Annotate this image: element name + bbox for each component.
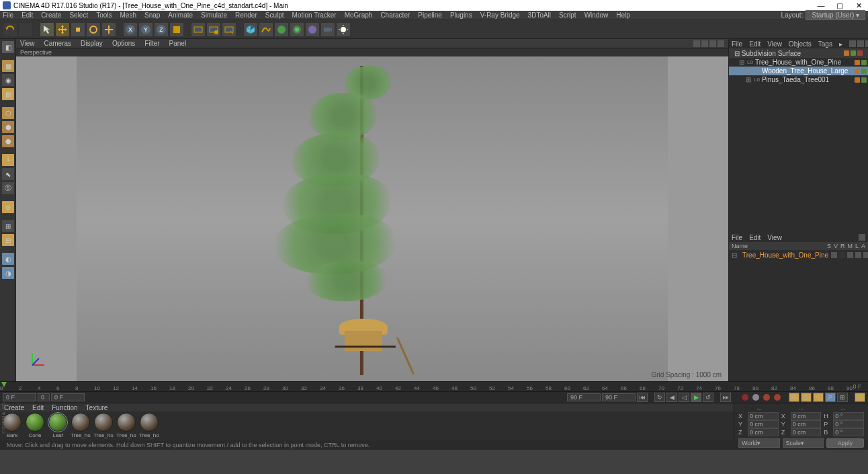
- attr-icon-1[interactable]: [859, 234, 865, 241]
- timeline[interactable]: 0246810121416182022242628303234363840424…: [0, 381, 868, 392]
- viewport[interactable]: Grid Spacing : 1000 cm: [16, 56, 728, 381]
- point-mode[interactable]: ⬡: [1, 106, 15, 120]
- coord-system[interactable]: [169, 22, 184, 37]
- material-tree_ho[interactable]: Tree_ho: [93, 413, 114, 438]
- obj-tab-tags[interactable]: Tags: [818, 40, 832, 48]
- add-light[interactable]: [336, 22, 351, 37]
- workplane-mode[interactable]: ▤: [1, 87, 15, 101]
- render-pv[interactable]: [206, 22, 221, 37]
- vp-menu-panel[interactable]: Panel: [169, 40, 187, 47]
- rotate-tool[interactable]: [86, 22, 101, 37]
- material-tree_ho[interactable]: Tree_ho: [116, 413, 137, 438]
- vp-menu-view[interactable]: View: [20, 40, 35, 47]
- attr-mini-5[interactable]: [863, 252, 868, 258]
- out-frame-field-l[interactable]: 90 F: [567, 393, 601, 401]
- menu-plugins[interactable]: Plugins: [450, 11, 472, 19]
- goto-end[interactable]: ⏭: [720, 393, 731, 402]
- texture-mode[interactable]: ◉: [1, 73, 15, 87]
- add-deformer[interactable]: [290, 22, 304, 37]
- in-frame-field[interactable]: 0 F: [51, 393, 85, 401]
- vp-icon-3[interactable]: [709, 40, 716, 47]
- attr-mini-1[interactable]: [831, 252, 837, 258]
- menu-mesh[interactable]: Mesh: [120, 11, 136, 19]
- material-list[interactable]: BarkConeLeafTree_hoTree_hoTree_hoTree_ho: [0, 411, 734, 440]
- play-button[interactable]: ▶: [691, 393, 701, 402]
- menu-file[interactable]: File: [3, 11, 13, 19]
- material-tree_ho[interactable]: Tree_ho: [138, 413, 160, 438]
- mat-tab-texture[interactable]: Texture: [86, 404, 108, 411]
- key-selection-2[interactable]: [773, 393, 782, 402]
- live-select-tool[interactable]: [40, 22, 54, 37]
- obj-tab-edit[interactable]: Edit: [749, 40, 761, 48]
- obj-item-pinus-taeda-tree001[interactable]: ⊞L0Pinus_Taeda_Tree001: [729, 75, 868, 84]
- render-view[interactable]: [191, 22, 206, 37]
- attr-mini-3[interactable]: [847, 252, 853, 258]
- menu-help[interactable]: Help: [616, 11, 630, 19]
- axis-y-lock[interactable]: Y: [138, 22, 153, 37]
- snap-mode[interactable]: Ⓢ: [1, 182, 15, 195]
- attr-mini-2[interactable]: [839, 252, 845, 258]
- viewport-solo[interactable]: ⊞: [1, 219, 15, 233]
- model-mode[interactable]: ▦: [1, 59, 15, 73]
- object-tree-root[interactable]: ⊟ Subdivision Surface: [729, 48, 868, 58]
- coord-space-dropdown[interactable]: World ▾: [738, 438, 780, 448]
- attr-tab-file[interactable]: File: [732, 234, 742, 241]
- polygon-mode[interactable]: ⬣: [1, 134, 15, 148]
- add-generator[interactable]: [274, 22, 289, 37]
- vp-menu-cameras[interactable]: Cameras: [44, 40, 72, 47]
- attr-tab-edit[interactable]: Edit: [749, 234, 761, 241]
- record-key[interactable]: [740, 393, 750, 402]
- redo-button[interactable]: [18, 22, 33, 37]
- menu-mograph[interactable]: MoGraph: [345, 11, 373, 19]
- menu-animate[interactable]: Animate: [168, 11, 193, 19]
- prev-frame[interactable]: ◀: [666, 393, 677, 402]
- undo-button[interactable]: [3, 22, 17, 37]
- mat-tab-edit[interactable]: Edit: [32, 404, 44, 411]
- frame-spin[interactable]: 0: [38, 393, 50, 401]
- next-frame[interactable]: ↺: [703, 393, 713, 402]
- obj-item-tree-house-with-one-pine[interactable]: ⊞L0Tree_House_with_One_Pine: [729, 58, 868, 67]
- menu-pipeline[interactable]: Pipeline: [418, 11, 442, 19]
- menu-edit[interactable]: Edit: [21, 11, 33, 19]
- attr-mini-4[interactable]: [855, 252, 861, 258]
- key-scale[interactable]: ◎: [801, 393, 812, 402]
- attr-tab-view[interactable]: View: [767, 234, 782, 241]
- scale-tool[interactable]: [71, 22, 85, 37]
- tweak-mode[interactable]: ⬉: [1, 167, 15, 181]
- goto-start[interactable]: ⏮: [637, 393, 648, 402]
- menu-sculpt[interactable]: Sculpt: [265, 11, 284, 19]
- vp-menu-filter[interactable]: Filter: [144, 40, 159, 47]
- key-rot[interactable]: ○: [813, 393, 824, 402]
- loop-button[interactable]: ↻: [654, 393, 665, 402]
- move-tool[interactable]: [55, 22, 70, 37]
- key-pla[interactable]: ⊞: [837, 393, 848, 402]
- add-environment[interactable]: [305, 22, 320, 37]
- vp-menu-display[interactable]: Display: [81, 40, 103, 47]
- key-options[interactable]: ⊡: [855, 393, 865, 402]
- key-pos[interactable]: ⊕: [789, 393, 799, 402]
- maximize-button[interactable]: ▢: [833, 1, 847, 9]
- viewport-solo-off[interactable]: ⊟: [1, 233, 15, 247]
- locked-workplane[interactable]: ⊙: [1, 200, 15, 214]
- last-tool[interactable]: [101, 22, 116, 37]
- obj-tab-icon-3[interactable]: [865, 40, 868, 47]
- key-param[interactable]: P: [825, 393, 836, 402]
- axis-x-lock[interactable]: X: [123, 22, 138, 37]
- menu-window[interactable]: Window: [584, 11, 609, 19]
- menu-tools[interactable]: Tools: [96, 11, 112, 19]
- add-cube[interactable]: [243, 22, 258, 37]
- apply-button[interactable]: Apply: [826, 438, 864, 448]
- axis-z-lock[interactable]: Z: [154, 22, 169, 37]
- vp-icon-2[interactable]: [701, 40, 708, 47]
- close-button[interactable]: ✕: [852, 1, 865, 9]
- menu-character[interactable]: Character: [380, 11, 410, 19]
- key-selection[interactable]: [762, 393, 771, 402]
- vp-menu-options[interactable]: Options: [112, 40, 135, 47]
- vp-icon-4[interactable]: [718, 40, 724, 47]
- obj-tab-file[interactable]: File: [732, 40, 742, 48]
- menu-create[interactable]: Create: [41, 11, 61, 19]
- menu-vraybridge[interactable]: V-Ray Bridge: [480, 11, 520, 19]
- add-spline[interactable]: [259, 22, 273, 37]
- obj-tab-view[interactable]: View: [767, 40, 782, 48]
- add-camera[interactable]: [320, 22, 335, 37]
